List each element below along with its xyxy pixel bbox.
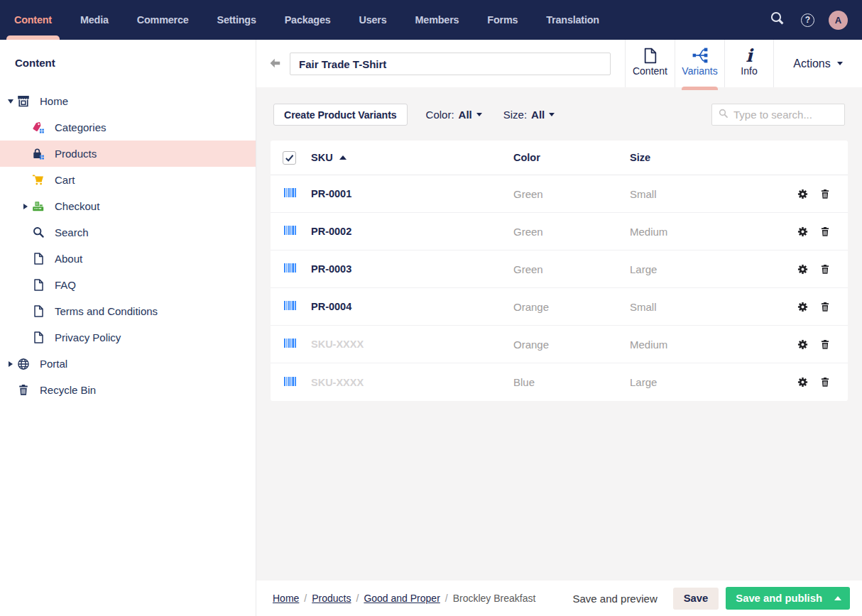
tree-item-label: Recycle Bin xyxy=(40,384,96,396)
color-cell: Orange xyxy=(513,339,630,351)
row-actions xyxy=(788,377,848,387)
tree-item-cart[interactable]: Cart xyxy=(0,167,256,193)
trash-icon[interactable] xyxy=(820,226,830,237)
breadcrumb-products[interactable]: Products xyxy=(312,593,351,604)
filter-color[interactable]: Color:All xyxy=(426,109,482,121)
trash-icon[interactable] xyxy=(820,264,830,275)
topnav-item-members[interactable]: Members xyxy=(401,0,474,40)
column-header-sku[interactable]: SKU xyxy=(311,152,513,163)
size-cell: Small xyxy=(630,301,788,313)
gear-icon[interactable] xyxy=(797,189,808,199)
tree-item-label: Home xyxy=(40,95,68,107)
editor-panel: ContentVariantsiInfo Actions Create Prod… xyxy=(256,40,862,616)
expand-caret-icon[interactable] xyxy=(19,204,32,209)
collapse-caret-icon[interactable] xyxy=(4,99,17,104)
gear-icon[interactable] xyxy=(797,264,808,275)
breadcrumb-good-and-proper[interactable]: Good and Proper xyxy=(364,593,440,604)
tree-item-home[interactable]: Home xyxy=(0,88,256,114)
color-cell: Green xyxy=(513,188,630,200)
document-title-input[interactable] xyxy=(290,53,611,75)
back-arrow-icon[interactable] xyxy=(268,57,281,70)
chevron-down-icon xyxy=(549,113,555,116)
select-all-checkbox[interactable] xyxy=(283,151,296,165)
barcode-icon xyxy=(284,225,296,237)
barcode-icon xyxy=(284,300,296,312)
tree-item-label: FAQ xyxy=(55,279,76,291)
gear-icon[interactable] xyxy=(797,302,808,312)
sku-cell[interactable]: SKU-XXXX xyxy=(311,339,513,350)
sku-cell[interactable]: PR-0002 xyxy=(311,226,513,237)
create-product-variants-button[interactable]: Create Product Variants xyxy=(273,104,408,126)
avatar[interactable]: A xyxy=(829,11,848,30)
topnav-item-media[interactable]: Media xyxy=(66,0,123,40)
tree-item-checkout[interactable]: Checkout xyxy=(0,193,256,219)
trash-icon[interactable] xyxy=(820,302,830,312)
topnav-item-users[interactable]: Users xyxy=(345,0,401,40)
help-button[interactable]: ? xyxy=(792,13,823,27)
row-actions xyxy=(788,226,848,237)
size-cell: Large xyxy=(630,376,788,388)
save-and-publish-button[interactable]: Save and publish xyxy=(726,587,850,610)
gear-icon[interactable] xyxy=(797,226,808,237)
filter-value: All xyxy=(459,109,472,121)
tag-icon xyxy=(32,121,45,133)
tab-content[interactable]: Content xyxy=(625,40,675,87)
topnav-item-forms[interactable]: Forms xyxy=(473,0,532,40)
topnav-item-commerce[interactable]: Commerce xyxy=(123,0,203,40)
actions-dropdown[interactable]: Actions xyxy=(774,40,862,87)
expand-caret-icon[interactable] xyxy=(4,361,17,367)
help-icon: ? xyxy=(801,13,814,27)
filter-size[interactable]: Size:All xyxy=(503,109,555,121)
row-actions xyxy=(788,264,848,275)
tree-item-label: Cart xyxy=(55,174,75,186)
save-button[interactable]: Save xyxy=(673,588,719,610)
trash-icon[interactable] xyxy=(820,189,830,199)
save-and-preview-button[interactable]: Save and preview xyxy=(572,593,657,605)
trash-icon[interactable] xyxy=(820,377,830,387)
tab-variants[interactable]: Variants xyxy=(675,40,724,87)
topnav-item-content[interactable]: Content xyxy=(0,0,66,40)
filter-label: Color: xyxy=(426,109,454,121)
column-header-color: Color xyxy=(513,152,630,163)
color-cell: Green xyxy=(513,263,630,275)
tab-info[interactable]: iInfo xyxy=(724,40,774,87)
tree-item-recycle-bin[interactable]: Recycle Bin xyxy=(0,377,256,403)
row-actions xyxy=(788,302,848,312)
tree-item-label: Products xyxy=(55,148,97,160)
topnav-item-translation[interactable]: Translation xyxy=(532,0,613,40)
tree-item-terms-and-conditions[interactable]: Terms and Conditions xyxy=(0,298,256,324)
sku-cell[interactable]: PR-0004 xyxy=(311,301,513,312)
tree-item-label: Terms and Conditions xyxy=(55,305,158,317)
tab-label: Info xyxy=(741,65,757,77)
sku-cell[interactable]: PR-0001 xyxy=(311,188,513,199)
breadcrumb-home[interactable]: Home xyxy=(273,593,299,604)
tree-item-faq[interactable]: FAQ xyxy=(0,272,256,298)
color-cell: Blue xyxy=(513,376,630,388)
filter-toolbar: Create Product Variants Color:AllSize:Al… xyxy=(256,87,862,141)
tree-item-categories[interactable]: Categories xyxy=(0,114,256,141)
tree-item-privacy-policy[interactable]: Privacy Policy xyxy=(0,324,256,351)
gear-icon[interactable] xyxy=(797,377,808,387)
gear-icon[interactable] xyxy=(797,339,808,350)
sku-header-label: SKU xyxy=(311,152,333,163)
variant-search-input[interactable] xyxy=(733,109,838,121)
sku-cell[interactable]: SKU-XXXX xyxy=(311,377,513,388)
table-body: PR-0001GreenSmallPR-0002GreenMediumPR-00… xyxy=(271,175,848,401)
tree-item-products[interactable]: Products xyxy=(0,141,256,167)
color-cell: Green xyxy=(513,226,630,238)
trash-icon[interactable] xyxy=(820,339,830,350)
tree-item-search[interactable]: Search xyxy=(0,219,256,246)
tree-item-label: Categories xyxy=(55,121,107,133)
tree-item-label: Search xyxy=(55,226,89,238)
document-icon xyxy=(32,253,45,265)
search-icon xyxy=(719,109,729,121)
tree-item-portal[interactable]: Portal xyxy=(0,351,256,377)
tree-item-about[interactable]: About xyxy=(0,246,256,272)
global-search-button[interactable] xyxy=(762,11,792,29)
sku-cell[interactable]: PR-0003 xyxy=(311,263,513,275)
globe-icon xyxy=(17,358,30,370)
variant-row: SKU-XXXXOrangeMedium xyxy=(271,326,848,363)
topnav-item-packages[interactable]: Packages xyxy=(271,0,345,40)
variant-row: PR-0002GreenMedium xyxy=(271,213,848,251)
topnav-item-settings[interactable]: Settings xyxy=(203,0,271,40)
